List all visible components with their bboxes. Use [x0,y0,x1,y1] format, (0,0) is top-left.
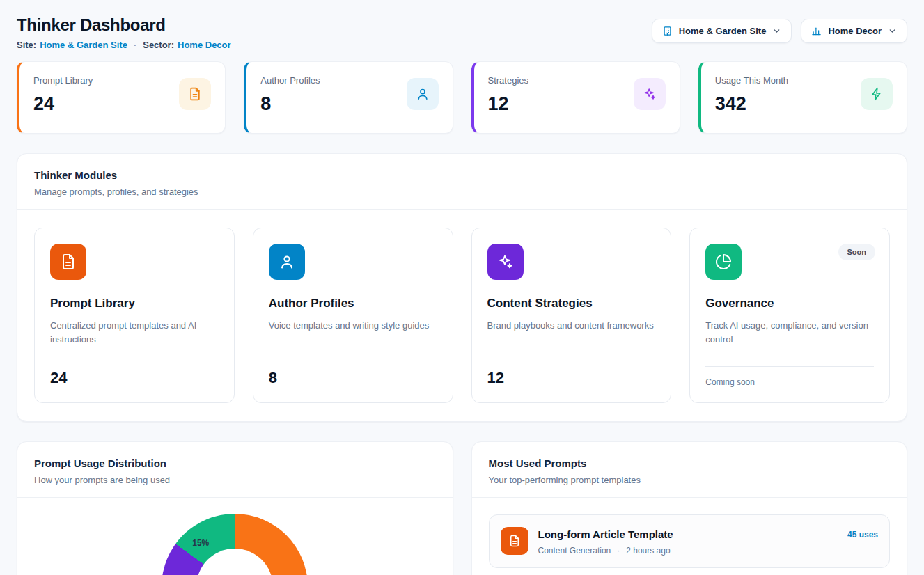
module-title: Content Strategies [487,297,656,310]
prompt-list-item[interactable]: Long-form Article Template Content Gener… [489,514,891,568]
modules-subtitle: Manage prompts, profiles, and strategies [34,187,890,197]
chevron-down-icon [888,26,897,36]
page-title: Thinker Dashboard [17,15,231,35]
coming-soon-text: Coming soon [705,377,874,387]
stat-card-author-profiles[interactable]: Author Profiles 8 [244,61,453,134]
module-card-prompt-library[interactable]: Prompt Library Centralized prompt templa… [34,228,235,403]
stat-card-prompt-library[interactable]: Prompt Library 24 [17,61,226,134]
thinker-modules-section: Thinker Modules Manage prompts, profiles… [17,153,907,422]
topbar: Thinker Dashboard Site: Home & Garden Si… [17,11,907,50]
usage-panel-header: Prompt Usage Distribution How your promp… [17,442,453,498]
dot-separator: · [617,546,620,556]
module-description: Track AI usage, compliance, and version … [705,319,874,347]
module-description: Brand playbooks and content frameworks [487,319,656,333]
sector-label: Sector: [143,40,174,50]
chevron-down-icon [772,26,781,36]
usage-panel-subtitle: How your prompts are being used [34,475,436,485]
sector-selector[interactable]: Home Decor [801,19,907,43]
pie-chart-icon [705,244,742,280]
site-label: Site: [17,40,36,50]
prompts-panel-title: Most Used Prompts [489,457,891,469]
site-selector[interactable]: Home & Garden Site [652,19,792,43]
divider [705,366,874,367]
sector-selector-label: Home Decor [828,26,882,36]
document-icon [179,78,211,110]
stat-info: Strategies 12 [488,75,529,115]
prompt-usage-panel: Prompt Usage Distribution How your promp… [17,441,453,575]
modules-title: Thinker Modules [34,169,890,181]
stat-label: Author Profiles [260,75,320,86]
stat-value: 8 [260,93,320,115]
module-count: 8 [269,369,437,387]
prompt-time: 2 hours ago [626,546,670,556]
modules-grid: Prompt Library Centralized prompt templa… [17,210,907,421]
stat-info: Author Profiles 8 [260,75,320,115]
module-title: Governance [705,297,874,310]
module-count: 12 [487,369,656,387]
stat-info: Prompt Library 24 [33,75,93,115]
module-title: Prompt Library [50,297,219,310]
stat-info: Usage This Month 342 [715,75,788,115]
breadcrumb: Site: Home & Garden Site · Sector: Home … [17,40,231,50]
bar-chart-icon [811,26,822,36]
module-description: Voice templates and writing style guides [269,319,437,333]
stat-value: 12 [488,93,529,115]
prompt-uses-count: 45 uses [847,527,878,539]
most-used-prompts-panel: Most Used Prompts Your top-performing pr… [471,441,908,575]
usage-panel-title: Prompt Usage Distribution [34,457,436,469]
prompts-panel-header: Most Used Prompts Your top-performing pr… [472,442,907,498]
stat-label: Usage This Month [715,75,788,86]
stat-card-strategies[interactable]: Strategies 12 [471,61,680,134]
usage-donut-chart: 15% [162,514,308,575]
sector-link[interactable]: Home Decor [178,40,231,50]
stats-row: Prompt Library 24 Author Profiles 8 Stra… [17,61,907,134]
selectors: Home & Garden Site Home Decor [652,19,907,43]
prompt-category: Content Generation [538,546,611,556]
donut-segment-label: 15% [192,538,209,548]
site-link[interactable]: Home & Garden Site [40,40,127,50]
user-icon [407,78,439,110]
module-description: Centralized prompt templates and AI inst… [50,319,219,347]
stat-card-usage[interactable]: Usage This Month 342 [698,61,907,134]
stat-value: 24 [33,93,93,115]
coming-soon-block: Coming soon [705,366,874,387]
module-card-governance[interactable]: Soon Governance Track AI usage, complian… [689,228,890,403]
building-icon [662,26,673,36]
sparkle-icon [634,78,666,110]
soon-badge: Soon [838,244,876,260]
modules-header: Thinker Modules Manage prompts, profiles… [17,154,907,209]
donut-hole [196,549,273,575]
site-selector-label: Home & Garden Site [679,26,767,36]
stat-label: Prompt Library [33,75,93,86]
user-icon [269,244,305,280]
prompts-list: Long-form Article Template Content Gener… [472,498,907,575]
stat-label: Strategies [488,75,529,86]
bolt-icon [861,78,893,110]
breadcrumb-separator: · [134,40,136,50]
dashboard-page: Thinker Dashboard Site: Home & Garden Si… [0,0,924,575]
prompt-meta: Long-form Article Template Content Gener… [538,527,673,556]
module-title: Author Profiles [269,297,437,310]
stat-value: 342 [715,93,788,115]
prompt-title: Long-form Article Template [538,528,673,540]
document-icon [50,244,86,280]
module-count: 24 [50,369,219,387]
module-card-content-strategies[interactable]: Content Strategies Brand playbooks and c… [471,228,672,403]
document-icon [501,527,528,555]
bottom-row: Prompt Usage Distribution How your promp… [17,441,907,575]
usage-chart-area: 15% [17,498,453,575]
sparkle-icon [487,244,524,280]
prompt-subtitle: Content Generation · 2 hours ago [538,546,673,556]
module-card-author-profiles[interactable]: Author Profiles Voice templates and writ… [253,228,453,403]
prompts-panel-subtitle: Your top-performing prompt templates [489,475,891,485]
title-block: Thinker Dashboard Site: Home & Garden Si… [17,11,231,50]
